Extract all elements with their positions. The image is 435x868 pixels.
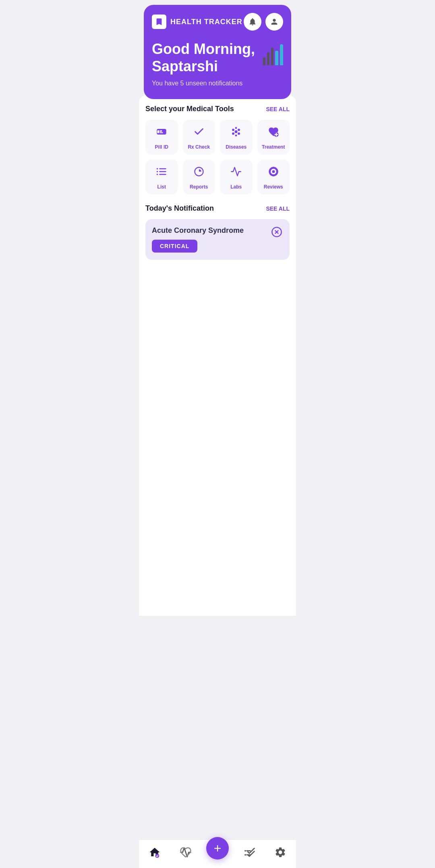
tool-treatment[interactable]: Treatment (257, 120, 290, 155)
tools-section-title: Select your Medical Tools (145, 105, 234, 113)
header-actions (244, 13, 283, 31)
bell-icon (248, 17, 257, 26)
svg-rect-4 (161, 133, 163, 133)
nav-home[interactable] (144, 845, 166, 860)
reports-icon (193, 166, 205, 180)
tool-pill-id[interactable]: Pill ID (145, 120, 178, 155)
tool-rx-check[interactable]: Rx Check (183, 120, 215, 155)
tools-see-all[interactable]: SEE ALL (266, 106, 290, 112)
tool-reports[interactable]: Reports (183, 160, 215, 195)
diseases-label: Diseases (226, 144, 246, 150)
nav-settings[interactable] (269, 845, 291, 860)
notification-close-button[interactable] (270, 226, 283, 238)
person-icon (270, 17, 279, 26)
pill-id-label: Pill ID (155, 144, 168, 150)
svg-point-9 (238, 133, 240, 135)
bottom-nav: + (139, 839, 296, 868)
profile-button[interactable] (265, 13, 283, 31)
notification-card-0: Acute Coronary Syndrome CRITICAL (145, 219, 290, 260)
svg-point-21 (272, 170, 275, 173)
tools-grid: Pill ID Rx Check (145, 120, 290, 195)
brand-name: HEALTH TRACKER (170, 18, 242, 26)
svg-point-11 (235, 135, 237, 137)
svg-point-5 (235, 131, 238, 133)
notification-title-0: Acute Coronary Syndrome (152, 226, 283, 235)
tool-labs[interactable]: Labs (220, 160, 253, 195)
chart-bar (275, 51, 278, 65)
notification-see-all[interactable]: SEE ALL (266, 205, 290, 212)
home-icon (149, 846, 161, 858)
svg-point-7 (238, 129, 240, 131)
main-content: Select your Medical Tools SEE ALL Pill I… (139, 95, 296, 616)
list-label: List (157, 184, 166, 190)
tools-section-header: Select your Medical Tools SEE ALL (145, 105, 290, 113)
tool-diseases[interactable]: Diseases (220, 120, 253, 155)
chart-bar (271, 48, 273, 65)
labs-icon (230, 166, 242, 180)
bookmark-icon (155, 17, 164, 26)
header-card: HEALTH TRACKER Good Morning, Saptarshi Y… (144, 5, 291, 99)
notification-bell-button[interactable] (244, 13, 261, 31)
notification-section-header: Today's Notification SEE ALL (145, 204, 290, 213)
svg-point-6 (232, 129, 234, 131)
reports-label: Reports (190, 184, 208, 190)
header-top: HEALTH TRACKER (152, 13, 283, 31)
brand-icon (152, 15, 166, 29)
greeting-section: Good Morning, Saptarshi You have 5 unsee… (152, 40, 283, 87)
nav-health[interactable] (175, 845, 197, 860)
notification-subtext: You have 5 unseen notifications (152, 80, 255, 87)
rx-check-label: Rx Check (188, 144, 210, 150)
svg-point-8 (232, 133, 234, 135)
settings-icon (274, 846, 286, 858)
reviews-label: Reviews (264, 184, 283, 190)
rx-check-icon (193, 126, 205, 140)
chart-visual (263, 40, 283, 65)
svg-rect-1 (157, 131, 160, 133)
svg-rect-3 (161, 131, 162, 132)
add-icon: + (214, 842, 222, 855)
greeting-message: Good Morning, Saptarshi (152, 40, 255, 75)
brand: HEALTH TRACKER (152, 15, 242, 29)
close-circle-icon (271, 226, 282, 238)
svg-point-10 (235, 127, 237, 129)
notification-section: Today's Notification SEE ALL Acute Coron… (145, 204, 290, 260)
pill-id-icon (156, 126, 167, 140)
treatment-icon (268, 126, 279, 140)
nav-add-fab[interactable]: + (206, 837, 229, 860)
labs-label: Labs (230, 184, 242, 190)
health-icon (180, 846, 192, 858)
chart-bar (263, 57, 265, 65)
tool-list[interactable]: List (145, 160, 178, 195)
notification-section-title: Today's Notification (145, 204, 214, 213)
greeting-text: Good Morning, Saptarshi You have 5 unsee… (152, 40, 255, 87)
chart-bar (267, 52, 269, 65)
treatment-label: Treatment (262, 144, 285, 150)
tasks-icon (243, 846, 255, 858)
critical-badge: CRITICAL (152, 240, 197, 253)
nav-tasks[interactable] (238, 845, 260, 860)
list-icon (156, 166, 167, 180)
tool-reviews[interactable]: Reviews (257, 160, 290, 195)
reviews-icon (268, 166, 279, 180)
chart-bar (280, 44, 283, 65)
diseases-icon (230, 126, 242, 140)
